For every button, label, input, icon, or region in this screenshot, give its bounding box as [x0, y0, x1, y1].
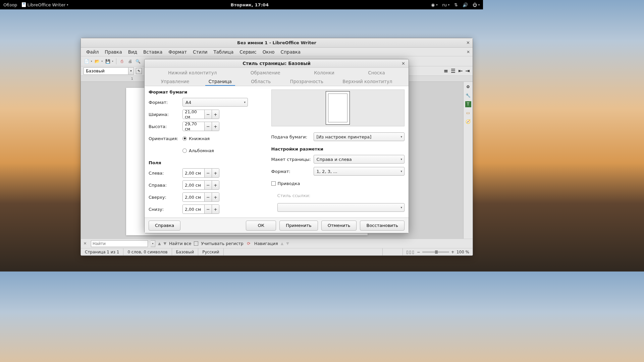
zoom-value[interactable]: 100 %	[457, 250, 469, 254]
menu-window[interactable]: Окно	[260, 49, 277, 55]
close-findbar-icon[interactable]: ✕	[84, 241, 88, 246]
menu-styles[interactable]: Стили	[190, 49, 210, 55]
volume-icon[interactable]: 🔊	[463, 2, 468, 7]
margin-right-spinner[interactable]: 2,00 см −+	[182, 180, 219, 190]
height-spinner[interactable]: 29,70 см − +	[182, 122, 219, 131]
print-preview-icon[interactable]: 🔍	[135, 58, 141, 64]
tab-transparency[interactable]: Прозрачность	[287, 78, 327, 86]
menu-insert[interactable]: Вставка	[141, 49, 165, 55]
tab-footer[interactable]: Нижний колонтитул	[165, 69, 220, 76]
sidebar-navigator-icon[interactable]: 🧭	[465, 119, 471, 125]
menu-help[interactable]: Справка	[278, 49, 303, 55]
zoom-in-button[interactable]: +	[451, 250, 454, 254]
menu-edit[interactable]: Правка	[102, 49, 124, 55]
gnome-top-panel: Обзор LibreOffice Writer ▾ Вторник, 17:0…	[0, 0, 483, 9]
nav-up-icon[interactable]: ▲	[281, 241, 283, 246]
margin-bottom-spinner[interactable]: 2,00 см −+	[182, 204, 219, 214]
spinner-down[interactable]: −	[204, 122, 212, 131]
dialog-button-bar: Справка ОК Применить Отменить Восстанови…	[145, 218, 409, 233]
numbering-format-select[interactable]: 1, 2, 3, ...▾	[314, 167, 405, 176]
list-numbered-icon[interactable]: ☰	[451, 68, 455, 74]
paper-format-select[interactable]: A4▾	[182, 98, 248, 107]
find-history-dropdown[interactable]: ▾	[151, 240, 155, 247]
window-close-button[interactable]: ✕	[466, 40, 470, 45]
sidebar-gallery-icon[interactable]: ▭	[465, 110, 471, 116]
window-titlebar[interactable]: Без имени 1 - LibreOffice Writer ✕	[81, 38, 473, 48]
margin-left-spinner[interactable]: 2,00 см −+	[182, 168, 219, 178]
tab-organizer[interactable]: Управление	[158, 78, 193, 86]
width-spinner[interactable]: 21,00 см − +	[182, 110, 219, 119]
edit-style-button[interactable]: ✎	[136, 68, 142, 74]
status-language[interactable]: Русский	[198, 248, 223, 255]
keyboard-layout-indicator[interactable]: ru ▾	[442, 2, 449, 7]
list-bullet-icon[interactable]: ≡	[443, 68, 448, 74]
status-word-count[interactable]: 0 слов, 0 символов	[123, 248, 172, 255]
menu-view[interactable]: Вид	[125, 49, 140, 55]
register-true-checkbox[interactable]	[271, 181, 276, 186]
menu-format[interactable]: Формат	[166, 49, 190, 55]
ok-button[interactable]: ОК	[246, 221, 276, 231]
menu-file[interactable]: Файл	[84, 49, 101, 55]
reference-style-select: ▾	[277, 203, 405, 212]
new-doc-icon[interactable]: 📄	[84, 58, 90, 64]
tab-page[interactable]: Страница	[205, 78, 235, 86]
orientation-portrait-radio[interactable]	[182, 136, 187, 141]
find-prev-button[interactable]: ▲	[158, 241, 161, 246]
app-menu[interactable]: LibreOffice Writer ▾	[22, 2, 68, 7]
find-next-button[interactable]: ▼	[163, 241, 166, 246]
find-input[interactable]	[91, 240, 148, 247]
increase-indent-icon[interactable]: ⇥	[466, 68, 470, 74]
match-case-checkbox[interactable]	[194, 241, 198, 246]
zoom-slider[interactable]	[422, 251, 449, 253]
spinner-down[interactable]: −	[204, 110, 212, 119]
orientation-landscape-radio[interactable]	[182, 148, 187, 153]
paper-tray-select[interactable]: [Из настроек принтера]▾	[314, 132, 405, 141]
accessibility-menu[interactable]: ◉ ▾	[431, 2, 437, 7]
export-pdf-icon[interactable]: ⎙	[119, 58, 125, 64]
document-close-button[interactable]: ✕	[467, 50, 470, 54]
status-bar: Страница 1 из 1 0 слов, 0 символов Базов…	[81, 248, 473, 255]
open-icon[interactable]: 📂	[94, 58, 100, 64]
sidebar: ⚙ 🔧 T ▭ 🧭	[463, 82, 473, 239]
nav-down-icon[interactable]: ▼	[286, 241, 289, 246]
activities-button[interactable]: Обзор	[3, 2, 17, 7]
paragraph-style-combo[interactable]: Базовый ▾	[84, 67, 134, 75]
page-preview	[271, 89, 405, 126]
clock[interactable]: Вторник, 17:04	[68, 2, 431, 7]
view-layout-icons[interactable]: ▯▯▯	[406, 250, 415, 254]
help-button[interactable]: Справка	[149, 221, 180, 231]
navigation-icon[interactable]: ⟳	[246, 241, 252, 246]
decrease-indent-icon[interactable]: ⇤	[458, 68, 463, 74]
reference-style-label: Стиль ссылки:	[277, 193, 311, 198]
menu-tools[interactable]: Сервис	[237, 49, 259, 55]
margin-top-spinner[interactable]: 2,00 см −+	[182, 192, 219, 202]
print-icon[interactable]: 🖨	[127, 58, 133, 64]
margin-top-label: Сверху:	[149, 195, 180, 200]
tab-border[interactable]: Обрамление	[247, 69, 284, 76]
dialog-titlebar[interactable]: Стиль страницы: Базовый ✕	[145, 59, 409, 68]
tab-columns[interactable]: Колонки	[311, 69, 338, 76]
tab-area[interactable]: Область	[248, 78, 274, 86]
zoom-out-button[interactable]: −	[417, 250, 420, 254]
page-layout-select[interactable]: Справа и слева▾	[314, 155, 405, 164]
apply-button[interactable]: Применить	[279, 221, 318, 231]
find-all-button[interactable]: Найти все	[169, 241, 192, 246]
network-icon[interactable]: ⇅	[454, 2, 458, 7]
sidebar-properties-icon[interactable]: 🔧	[465, 93, 471, 99]
menu-table[interactable]: Таблица	[211, 49, 236, 55]
dialog-close-button[interactable]: ✕	[401, 61, 405, 66]
status-insert-mode[interactable]	[383, 248, 403, 255]
sidebar-settings-icon[interactable]: ⚙	[465, 84, 471, 90]
status-page-style[interactable]: Базовый	[172, 248, 199, 255]
status-page[interactable]: Страница 1 из 1	[81, 248, 123, 255]
tab-header[interactable]: Верхний колонтитул	[339, 78, 395, 86]
spinner-up[interactable]: +	[212, 110, 219, 119]
tab-footnote[interactable]: Сноска	[365, 69, 388, 76]
power-menu[interactable]: ⏻ ▾	[473, 2, 480, 7]
cancel-button[interactable]: Отменить	[321, 221, 357, 231]
reset-button[interactable]: Восстановить	[360, 221, 405, 231]
sidebar-styles-icon[interactable]: T	[465, 101, 471, 107]
format-label: Формат:	[149, 100, 180, 105]
spinner-up[interactable]: +	[212, 122, 219, 131]
save-icon[interactable]: 💾	[105, 58, 111, 64]
